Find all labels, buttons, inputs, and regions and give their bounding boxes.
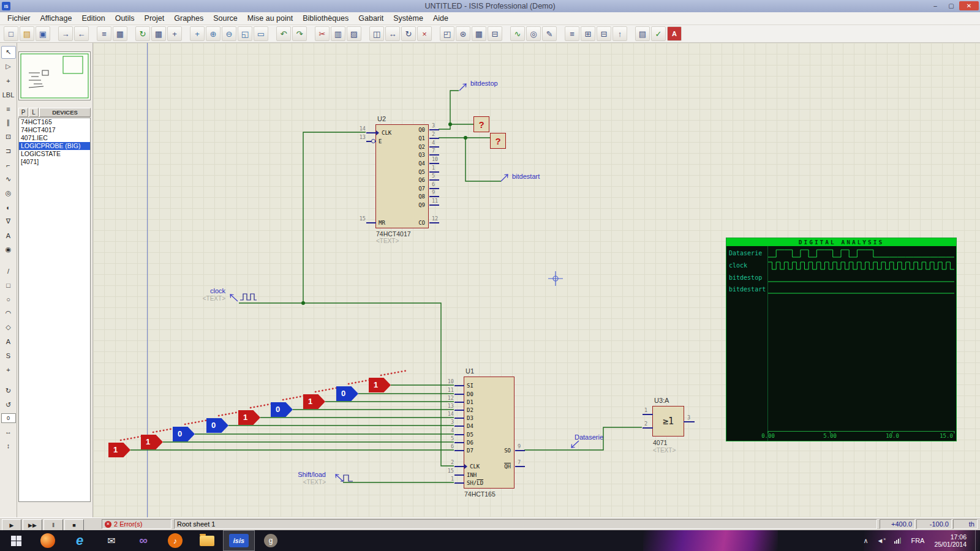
component-u2-74hct4017[interactable]: U274HCT4017<TEXT>14CLK13E15MR3Q02Q14Q27Q… bbox=[375, 124, 429, 228]
block-rotate-icon[interactable]: ↻ bbox=[401, 26, 416, 41]
2d-box-mode-icon[interactable]: □ bbox=[1, 279, 16, 291]
paste-icon[interactable]: ▨ bbox=[347, 26, 361, 41]
2d-arc-mode-icon[interactable]: ◠ bbox=[1, 307, 16, 320]
print-icon[interactable]: ≡ bbox=[97, 26, 111, 41]
mirror-horizontal-icon[interactable]: ↔ bbox=[1, 425, 16, 438]
schematic-canvas[interactable]: U274HCT4017<TEXT>14CLK13E15MR3Q02Q14Q27Q… bbox=[93, 43, 980, 517]
digital-analysis-graph[interactable]: DIGITAL ANALYSIS Dataserieclockbitdestop… bbox=[726, 238, 957, 441]
unknown-probe-box[interactable]: ? bbox=[473, 116, 489, 132]
voltage-probe-mode-icon[interactable]: ∇ bbox=[1, 215, 16, 228]
design-explorer-icon[interactable]: ≡ bbox=[565, 26, 579, 41]
menu-biblioth-ques[interactable]: Bibliothèques bbox=[298, 13, 353, 24]
menu-affichage[interactable]: Affichage bbox=[36, 13, 77, 24]
pick-parts-icon[interactable]: ◰ bbox=[440, 26, 454, 41]
mirror-vertical-icon[interactable]: ↕ bbox=[1, 439, 16, 452]
taskbar-clock[interactable]: 17:06 25/01/2014 bbox=[934, 533, 967, 548]
taskbar-internet-explorer[interactable]: e bbox=[64, 530, 96, 551]
wire-autorouter-icon[interactable]: ∿ bbox=[510, 26, 525, 41]
taskbar-gimp[interactable]: g bbox=[255, 530, 287, 551]
export-section-icon[interactable]: ← bbox=[74, 26, 89, 41]
2d-line-mode-icon[interactable]: / bbox=[1, 264, 16, 277]
2d-marker-mode-icon[interactable]: + bbox=[1, 363, 16, 376]
bitdestop-label[interactable]: bitdestop bbox=[470, 80, 498, 87]
property-assignment-icon[interactable]: ✎ bbox=[542, 26, 557, 41]
taskbar-media-player[interactable]: ♪ bbox=[159, 530, 191, 551]
taskbar-mail[interactable]: ✉ bbox=[96, 530, 127, 551]
component-u1-74hct165[interactable]: U174HCT16510SI11D012D113D214D33D44D55D66… bbox=[464, 377, 514, 489]
close-button[interactable]: ✕ bbox=[959, 1, 979, 10]
open-design-icon[interactable]: ▤ bbox=[20, 26, 34, 41]
bitdestart-tag-arrow[interactable] bbox=[501, 174, 508, 181]
menu-source[interactable]: Source bbox=[208, 13, 243, 24]
cut-icon[interactable]: ✂ bbox=[315, 26, 330, 41]
clock-generator-label[interactable]: clock bbox=[196, 287, 225, 294]
overview-minimap[interactable] bbox=[18, 51, 91, 100]
menu-edition[interactable]: Edition bbox=[77, 13, 110, 24]
wire-clock-main[interactable] bbox=[239, 303, 454, 466]
zoom-in-icon[interactable]: ⊕ bbox=[206, 26, 221, 41]
device-logicstate[interactable]: LOGICSTATE bbox=[19, 150, 90, 158]
clock-generator-arrow[interactable] bbox=[230, 294, 238, 301]
volume-icon[interactable]: ◄× bbox=[876, 537, 886, 544]
menu-aide[interactable]: Aide bbox=[428, 13, 453, 24]
center-at-cursor-icon[interactable]: + bbox=[190, 26, 205, 41]
menu-mise-au-point[interactable]: Mise au point bbox=[243, 13, 298, 24]
minimize-button[interactable]: – bbox=[927, 1, 943, 10]
2d-text-mode-icon[interactable]: A bbox=[1, 335, 16, 348]
2d-circle-mode-icon[interactable]: ○ bbox=[1, 293, 16, 305]
bitdestop-tag-arrow[interactable] bbox=[459, 84, 466, 91]
search-and-tag-icon[interactable]: ◎ bbox=[526, 26, 541, 41]
text-script-mode-icon[interactable]: ≡ bbox=[1, 102, 16, 115]
rotate-anticlockwise-icon[interactable]: ↺ bbox=[1, 399, 16, 411]
generator-mode-icon[interactable]: ◐ bbox=[1, 201, 16, 214]
network-icon[interactable] bbox=[894, 538, 902, 544]
virtual-instruments-mode-icon[interactable]: ◉ bbox=[1, 243, 16, 256]
menu-projet[interactable]: Projet bbox=[140, 13, 170, 24]
menu-syst-me[interactable]: Système bbox=[388, 13, 428, 24]
taskbar-file-explorer[interactable] bbox=[191, 530, 223, 551]
block-copy-icon[interactable]: ◫ bbox=[369, 26, 384, 41]
junction-dot-mode-icon[interactable]: + bbox=[1, 74, 16, 87]
pick-devices-button[interactable]: P bbox=[18, 108, 28, 117]
zoom-all-icon[interactable]: ◱ bbox=[238, 26, 252, 41]
packaging-tool-icon[interactable]: ▦ bbox=[472, 26, 486, 41]
dataserie-label[interactable]: Dataserie bbox=[575, 433, 603, 441]
step-button[interactable]: ▶▶ bbox=[23, 519, 42, 531]
graph-mode-icon[interactable]: ∿ bbox=[1, 173, 16, 186]
subcircuit-mode-icon[interactable]: ⊡ bbox=[1, 130, 16, 143]
selection-pointer-icon[interactable]: ↖ bbox=[1, 46, 16, 59]
error-panel[interactable]: ✕ 2 Error(s) bbox=[102, 519, 172, 529]
wire-label-mode-icon[interactable]: LBL bbox=[1, 88, 16, 101]
mark-output-area-icon[interactable]: ▦ bbox=[113, 26, 127, 41]
2d-path-mode-icon[interactable]: ◇ bbox=[1, 321, 16, 334]
zoom-out-icon[interactable]: ⊖ bbox=[222, 26, 236, 41]
taskbar-start[interactable] bbox=[0, 530, 32, 551]
component-mode-icon[interactable]: ▷ bbox=[1, 60, 16, 73]
false-origin-icon[interactable]: + bbox=[167, 26, 182, 41]
maximize-button[interactable]: ▢ bbox=[943, 1, 959, 10]
menu-outils[interactable]: Outils bbox=[110, 13, 140, 24]
device-4071[interactable]: [4071] bbox=[19, 158, 90, 166]
menu-fichier[interactable]: Fichier bbox=[2, 13, 36, 24]
decompose-icon[interactable]: ⊟ bbox=[488, 26, 502, 41]
play-button[interactable]: ▶ bbox=[2, 519, 21, 531]
clock-text-placeholder[interactable]: <TEXT> bbox=[192, 295, 225, 302]
buses-mode-icon[interactable]: ∥ bbox=[1, 116, 16, 129]
device-74hct165[interactable]: 74HCT165 bbox=[19, 118, 90, 126]
bitdestart-label[interactable]: bitdestart bbox=[512, 173, 540, 180]
bill-of-materials-icon[interactable]: ▤ bbox=[635, 26, 650, 41]
unknown-probe-box[interactable]: ? bbox=[490, 133, 506, 149]
copy-icon[interactable]: ▥ bbox=[331, 26, 345, 41]
device-74hct4017[interactable]: 74HCT4017 bbox=[19, 126, 90, 134]
device-4071-iec[interactable]: 4071.IEC bbox=[19, 134, 90, 142]
undo-icon[interactable]: ↶ bbox=[276, 26, 291, 41]
netlist-to-ares-icon[interactable]: A bbox=[667, 26, 682, 41]
save-design-icon[interactable]: ▣ bbox=[36, 26, 50, 41]
menu-gabarit[interactable]: Gabarit bbox=[353, 13, 388, 24]
exit-to-parent-icon[interactable]: ↑ bbox=[612, 26, 627, 41]
shiftload-generator-arrow[interactable] bbox=[336, 474, 343, 481]
toggle-grid-icon[interactable]: ▦ bbox=[151, 26, 166, 41]
component-u3a-4071-or-gate[interactable]: U3:A ≥1 4071 <TEXT> 1 2 3 bbox=[652, 406, 684, 437]
pause-button[interactable]: ‖ bbox=[43, 519, 63, 531]
current-probe-mode-icon[interactable]: A bbox=[1, 229, 16, 242]
